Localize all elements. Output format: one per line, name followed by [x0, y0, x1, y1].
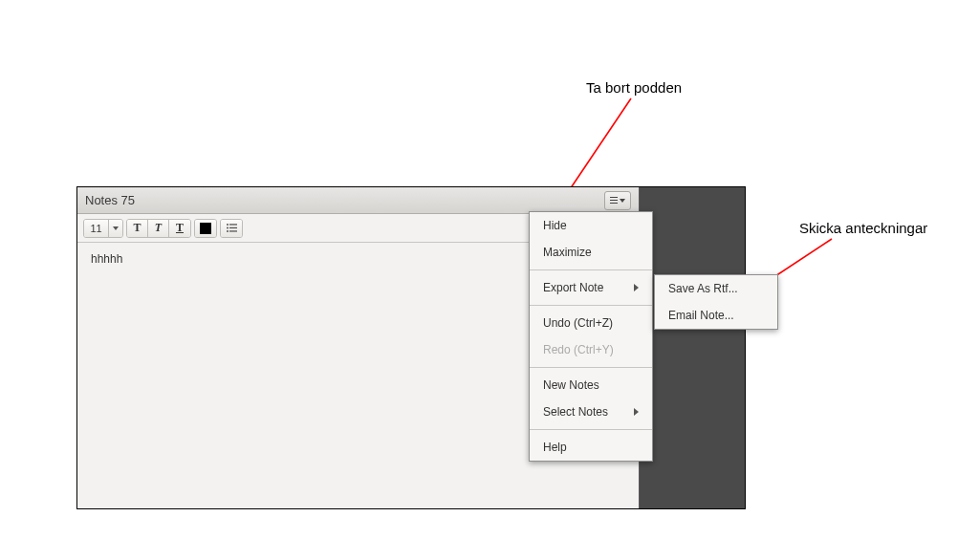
font-size-group: 11	[83, 219, 123, 238]
list-group	[220, 219, 243, 238]
submenu-save-as-rtf-label: Save As Rtf...	[668, 282, 738, 295]
menu-new-notes[interactable]: New Notes	[530, 372, 652, 398]
sidebar-band	[640, 187, 745, 508]
bullet-list-button[interactable]	[221, 220, 242, 237]
pod-title: Notes 75	[85, 193, 135, 207]
pod-options-button[interactable]	[604, 191, 631, 210]
text-style-group: T T T	[126, 219, 191, 238]
color-picker-button[interactable]	[195, 220, 216, 237]
svg-rect-8	[229, 230, 237, 231]
menu-maximize[interactable]: Maximize	[530, 239, 652, 266]
bold-button[interactable]: T	[127, 220, 148, 237]
submenu-save-as-rtf[interactable]: Save As Rtf...	[655, 275, 777, 302]
svg-point-3	[227, 224, 228, 226]
font-size-dropdown[interactable]	[109, 220, 122, 237]
menu-separator	[530, 269, 652, 270]
menu-separator	[530, 305, 652, 306]
italic-button[interactable]: T	[148, 220, 169, 237]
hamburger-icon	[610, 197, 618, 204]
menu-hide-label: Hide	[543, 219, 567, 232]
menu-new-notes-label: New Notes	[543, 378, 599, 392]
chevron-right-icon	[634, 408, 639, 416]
chevron-down-icon	[113, 226, 119, 230]
font-size-value[interactable]: 11	[84, 220, 109, 237]
submenu-email-note-label: Email Note...	[668, 309, 734, 322]
menu-undo-label: Undo (Ctrl+Z)	[543, 316, 613, 330]
menu-separator	[530, 367, 652, 368]
menu-help[interactable]: Help	[530, 434, 652, 461]
menu-select-notes[interactable]: Select Notes	[530, 398, 652, 425]
svg-point-5	[227, 227, 228, 229]
menu-undo[interactable]: Undo (Ctrl+Z)	[530, 310, 652, 336]
menu-select-notes-label: Select Notes	[543, 405, 608, 419]
underline-button[interactable]: T	[169, 220, 190, 237]
menu-help-label: Help	[543, 441, 567, 454]
pod-options-menu: Hide Maximize Export Note Undo (Ctrl+Z) …	[529, 211, 653, 462]
chevron-right-icon	[634, 284, 639, 291]
annotation-send-notes: Skicka anteckningar	[799, 220, 927, 236]
menu-maximize-label: Maximize	[543, 246, 592, 259]
color-group	[194, 219, 217, 238]
bullet-list-icon	[226, 222, 238, 234]
export-note-submenu: Save As Rtf... Email Note...	[654, 274, 778, 330]
svg-rect-4	[229, 224, 237, 225]
titlebar: Notes 75	[77, 187, 639, 214]
chevron-down-icon	[620, 199, 625, 203]
svg-point-7	[227, 230, 228, 232]
color-swatch-icon	[200, 223, 211, 234]
menu-export-note[interactable]: Export Note	[530, 274, 652, 301]
menu-export-note-label: Export Note	[543, 281, 603, 294]
submenu-email-note[interactable]: Email Note...	[655, 302, 777, 329]
menu-redo: Redo (Ctrl+Y)	[530, 336, 652, 363]
menu-hide[interactable]: Hide	[530, 212, 652, 239]
menu-separator	[530, 429, 652, 430]
svg-rect-6	[229, 227, 237, 228]
menu-redo-label: Redo (Ctrl+Y)	[543, 343, 614, 356]
annotation-remove-pod: Ta bort podden	[586, 79, 682, 96]
